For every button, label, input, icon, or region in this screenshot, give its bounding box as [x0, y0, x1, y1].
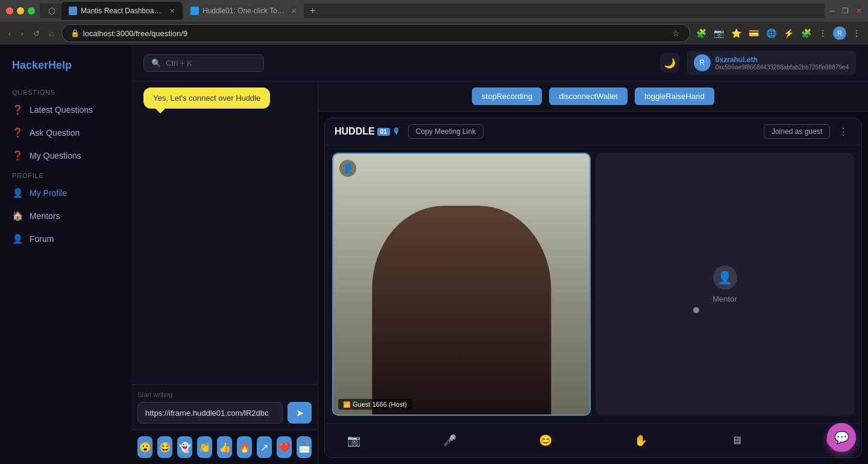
- video-panel: stopRecording disconnectWallet toggleRai…: [318, 81, 868, 464]
- chat-fab-button[interactable]: 💬: [827, 423, 856, 452]
- forward-btn[interactable]: ›: [18, 28, 25, 39]
- sidebar-label-forum: Forum: [30, 234, 54, 244]
- joined-guest-btn[interactable]: Joined as guest: [764, 124, 830, 139]
- wallet-avatar-initial: R: [700, 59, 705, 67]
- tab1-close[interactable]: ✕: [169, 7, 175, 15]
- send-button[interactable]: ➤: [288, 402, 312, 424]
- tooltip-bubble: Yes, Let's connect over Huddle: [143, 87, 270, 109]
- sidebar-item-latest-questions[interactable]: ❓ Latest Questions: [0, 98, 131, 121]
- guest-video-label: 📶 Guest 1666 (Host): [338, 399, 412, 410]
- copy-link-btn[interactable]: Copy Meeting Link: [408, 124, 483, 139]
- reaction-btn-1[interactable]: 😂: [157, 436, 172, 458]
- huddle-frame: HUDDLE 01 🎙 Copy Meeting Link Joined as …: [324, 118, 862, 458]
- tab-mantis[interactable]: Mantis React Dashboard | 0 ✕: [61, 2, 182, 20]
- reaction-emoji-1: 😂: [159, 442, 171, 453]
- reaction-emoji-6: ↗: [260, 442, 268, 453]
- stop-recording-btn[interactable]: stopRecording: [472, 87, 542, 105]
- sidebar-label-latest: Latest Questions: [30, 105, 93, 115]
- restore-icon[interactable]: ❐: [842, 7, 849, 15]
- mic-btn[interactable]: 🎤: [439, 430, 461, 451]
- toggle-raise-hand-btn[interactable]: toggleRaiseHand: [635, 87, 714, 105]
- star-icon[interactable]: ⭐: [730, 27, 743, 39]
- sidebar-label-profile: My Profile: [30, 188, 67, 198]
- sidebar-item-my-questions[interactable]: ❓ My Questions: [0, 144, 131, 167]
- tab1-label: Mantis React Dashboard | 0: [81, 7, 163, 15]
- home-btn[interactable]: ⌂: [47, 28, 57, 39]
- bookmark-icon[interactable]: ☆: [671, 27, 681, 39]
- screenshot-icon[interactable]: 📷: [712, 27, 725, 39]
- reaction-btn-4[interactable]: 👍: [217, 436, 232, 458]
- wallet-info[interactable]: R 0xzrahul.eth 0xc5b9ae9f86684433288abfa…: [687, 51, 856, 75]
- theme-icon: 🌙: [664, 57, 676, 69]
- window-controls: [6, 7, 35, 14]
- reaction-emoji-7: ❤️: [278, 442, 291, 453]
- reaction-btn-8[interactable]: 📩: [297, 436, 312, 458]
- mentor-person-icon: 👤: [713, 265, 737, 290]
- close-icon[interactable]: ✕: [856, 7, 862, 15]
- github-favicon-tab[interactable]: ⬡: [43, 4, 60, 18]
- mentors-icon: 🏠: [12, 211, 24, 221]
- settings-icon[interactable]: ⋮: [817, 27, 828, 39]
- sidebar-section-profile: Profile: [0, 167, 131, 182]
- hand-btn[interactable]: ✋: [630, 430, 652, 451]
- sidebar-item-ask-question[interactable]: ❓ Ask Question: [0, 121, 131, 144]
- wallet-ext-icon[interactable]: 💳: [747, 27, 760, 39]
- guest-person-icon: 👤: [339, 160, 356, 177]
- chat-messages[interactable]: [131, 81, 318, 384]
- back-btn[interactable]: ‹: [6, 28, 13, 39]
- wallet-details: 0xzrahul.eth 0xc5b9ae9f86684433288abfab2…: [715, 56, 849, 71]
- reaction-btn-2[interactable]: 👻: [177, 436, 192, 458]
- reaction-btn-7[interactable]: ❤️: [277, 436, 292, 458]
- chat-input-field[interactable]: [137, 402, 283, 424]
- sidebar-item-my-profile[interactable]: 👤 My Profile: [0, 182, 131, 205]
- extensions-icon[interactable]: 🧩: [695, 27, 708, 39]
- reaction-btn-3[interactable]: 👏: [197, 436, 212, 458]
- new-tab-btn[interactable]: +: [305, 4, 320, 17]
- emoji-btn[interactable]: 😊: [535, 430, 556, 451]
- chrome-ext-icon[interactable]: ⚡: [782, 27, 795, 39]
- reaction-emoji-0: 😮: [139, 442, 151, 453]
- sidebar-logo[interactable]: HackerHelp: [0, 54, 131, 84]
- window-maximize-btn[interactable]: [28, 7, 35, 14]
- browser-profile-avatar[interactable]: R: [833, 27, 846, 40]
- huddle-more-btn[interactable]: ⋮: [835, 125, 852, 139]
- reaction-btn-0[interactable]: 😮: [137, 436, 153, 458]
- disconnect-wallet-btn[interactable]: disconnectWallet: [549, 87, 627, 105]
- reaction-emoji-3: 👏: [199, 442, 211, 453]
- person-silhouette: [372, 206, 552, 415]
- reaction-btn-5[interactable]: 🔥: [237, 436, 252, 458]
- search-shortcut-text: Ctrl + K: [166, 59, 192, 68]
- minimize-icon[interactable]: ─: [829, 7, 835, 15]
- sidebar-item-forum[interactable]: 👤 Forum: [0, 227, 131, 250]
- window-close-btn[interactable]: [6, 7, 13, 14]
- hand-icon: ✋: [634, 434, 647, 447]
- window-minimize-btn[interactable]: [17, 7, 24, 14]
- emoji-icon: 😊: [539, 434, 552, 447]
- more-icon[interactable]: ⋮: [851, 27, 862, 39]
- screen-share-btn[interactable]: 🖥: [726, 430, 747, 451]
- tab2-favicon: [190, 7, 199, 15]
- wifi-icon: 📶: [343, 401, 350, 408]
- chat-input-row: ➤: [137, 402, 312, 424]
- camera-btn[interactable]: 📷: [343, 430, 365, 451]
- search-box[interactable]: 🔍 Ctrl + K: [143, 54, 264, 72]
- reaction-btn-6[interactable]: ↗: [257, 436, 272, 458]
- wallet-avatar: R: [694, 54, 711, 71]
- sidebar-item-mentors[interactable]: 🏠 Mentors: [0, 205, 131, 227]
- translate-icon[interactable]: 🌐: [765, 27, 778, 39]
- refresh-btn[interactable]: ↺: [31, 28, 42, 39]
- address-bar-row: ‹ › ↺ ⌂ 🔒 localhost:3000/free/question/9…: [0, 22, 868, 45]
- forum-icon: 👤: [12, 234, 24, 244]
- reaction-bar: 😮 😂 👻 👏 👍 🔥: [131, 430, 318, 464]
- main-content: 🔍 Ctrl + K 🌙 R 0xzrahul.eth 0xc5b9ae9f86…: [131, 45, 868, 464]
- tab-huddle[interactable]: Huddle01: One-click Token- ✕: [183, 2, 304, 20]
- lock-icon: 🔒: [71, 29, 80, 37]
- theme-toggle-btn[interactable]: 🌙: [660, 53, 679, 72]
- profile-icon: 👤: [12, 188, 24, 199]
- sidebar-section-questions: Questions: [0, 84, 131, 98]
- huddle-mic-icon: 🎙: [392, 127, 401, 136]
- tab2-close[interactable]: ✕: [291, 7, 297, 15]
- puzzle-icon[interactable]: 🧩: [800, 27, 813, 39]
- mentor-label: Mentor: [712, 294, 737, 304]
- address-bar[interactable]: 🔒 localhost:3000/free/question/9 ☆: [61, 24, 690, 42]
